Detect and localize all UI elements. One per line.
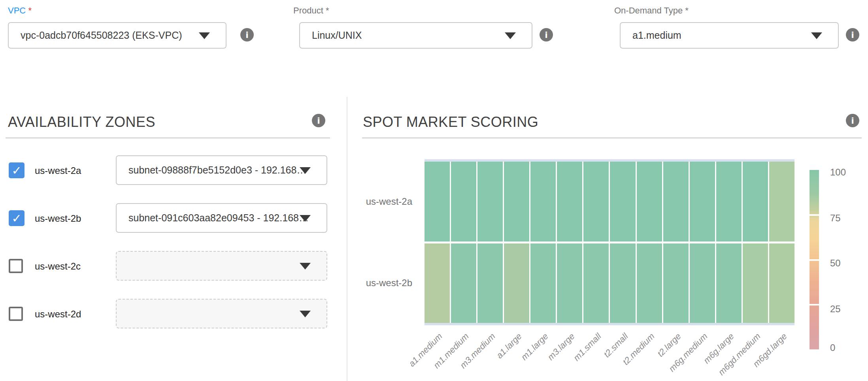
chevron-down-icon xyxy=(199,32,210,39)
on-demand-info-icon[interactable]: i xyxy=(846,28,859,41)
page: VPC * vpc-0adcb70f645508223 (EKS-VPC) i … xyxy=(0,0,868,381)
vpc-info-icon[interactable]: i xyxy=(240,28,254,41)
az-label-us-west-2c: us-west-2c xyxy=(35,261,81,272)
heatmap-cell-us-west-2b-t2.large xyxy=(663,243,689,323)
heatmap-cell-us-west-2b-a1.medium xyxy=(425,243,450,323)
subnet-select-us-west-2c xyxy=(116,251,327,281)
subnet-select-us-west-2d xyxy=(116,299,327,328)
heatmap-cell-us-west-2b-m1.small xyxy=(583,243,609,323)
az-checkbox-us-west-2c[interactable] xyxy=(9,259,23,273)
required-asterisk: * xyxy=(28,6,32,15)
heatmap-cell-us-west-2b-a1.large xyxy=(504,243,529,323)
section-divider xyxy=(347,97,347,381)
heatmap-col-label-t2.large: t2.large xyxy=(198,331,683,381)
on-demand-type-select[interactable]: a1.medium xyxy=(620,22,839,49)
heatmap-cell-us-west-2a-m1.medium xyxy=(451,162,476,241)
vpc-label: VPC * xyxy=(8,6,32,16)
heatmap-col-label-m3.medium: m3.medium xyxy=(143,331,497,381)
heatmap-cell-us-west-2a-m1.small xyxy=(583,162,609,241)
availability-zones-info-icon[interactable]: i xyxy=(312,114,325,127)
colorbar-tick-50 xyxy=(810,259,819,261)
chevron-down-icon xyxy=(300,263,311,270)
az-label-us-west-2b: us-west-2b xyxy=(35,213,81,224)
colorbar-tick-75 xyxy=(810,214,819,216)
product-select[interactable]: Linux/UNIX xyxy=(299,22,532,49)
availability-zones-title: AVAILABILITY ZONES xyxy=(8,114,155,130)
heatmap-col-label-m3.large: m3.large xyxy=(167,331,577,381)
heatmap-col-label-a1.medium: a1.medium xyxy=(128,331,444,381)
heatmap-colorbar xyxy=(810,170,819,349)
heatmap-cell-us-west-2a-a1.medium xyxy=(425,162,450,241)
heatmap-col-label-m6gd.large: m6gd.large xyxy=(229,331,789,381)
heatmap-cell-us-west-2a-m3.medium xyxy=(477,162,503,241)
heatmap-cell-us-west-2a-a1.large xyxy=(504,162,529,241)
heatmap xyxy=(425,162,794,323)
availability-zones-rule xyxy=(6,138,330,138)
heatmap-col-label-m6g.medium: m6g.medium xyxy=(206,331,709,381)
vpc-select[interactable]: vpc-0adcb70f645508223 (EKS-VPC) xyxy=(8,22,226,49)
heatmap-cell-us-west-2a-t2.medium xyxy=(637,162,662,241)
chevron-down-icon xyxy=(300,167,311,174)
heatmap-cell-us-west-2b-m6g.medium xyxy=(690,243,715,323)
chevron-down-icon xyxy=(505,32,516,39)
heatmap-row-label-us-west-2a: us-west-2a xyxy=(333,196,412,207)
product-info-icon[interactable]: i xyxy=(540,28,553,41)
heatmap-cell-us-west-2b-m3.large xyxy=(557,243,582,323)
heatmap-col-label-m1.medium: m1.medium xyxy=(136,331,471,381)
colorbar-tick-label-50: 50 xyxy=(830,258,841,269)
heatmap-cell-us-west-2b-t2.medium xyxy=(637,243,662,323)
heatmap-cell-us-west-2a-m1.large xyxy=(530,162,556,241)
vpc-label-text: VPC xyxy=(8,6,26,15)
heatmap-cell-us-west-2b-m6g.large xyxy=(716,243,742,323)
heatmap-cell-us-west-2a-t2.small xyxy=(610,162,635,241)
colorbar-tick-25 xyxy=(810,304,819,306)
heatmap-col-label-m6g.large: m6g.large xyxy=(213,331,736,381)
vpc-select-value: vpc-0adcb70f645508223 (EKS-VPC) xyxy=(21,30,182,41)
on-demand-type-label: On-Demand Type * xyxy=(614,6,689,16)
heatmap-col-label-m6gd.medium: m6gd.medium xyxy=(221,331,763,381)
colorbar-tick-label-25: 25 xyxy=(830,304,841,315)
az-checkbox-us-west-2b[interactable]: ✓ xyxy=(9,210,25,226)
heatmap-cell-us-west-2a-m6gd.medium xyxy=(743,162,768,241)
heatmap-cell-us-west-2b-m6gd.medium xyxy=(743,243,768,323)
product-label: Product * xyxy=(293,6,329,16)
heatmap-col-label-m1.small: m1.small xyxy=(175,331,604,381)
colorbar-tick-label-75: 75 xyxy=(830,213,841,224)
colorbar-tick-label-0: 0 xyxy=(830,342,835,353)
spot-market-scoring-title: SPOT MARKET SCORING xyxy=(363,114,538,130)
heatmap-col-label-t2.medium: t2.medium xyxy=(190,331,657,381)
heatmap-bottom-edge xyxy=(425,323,794,325)
colorbar-tick-label-100: 100 xyxy=(830,167,846,178)
heatmap-cell-us-west-2b-t2.small xyxy=(610,243,635,323)
heatmap-col-label-t2.small: t2.small xyxy=(183,331,630,381)
subnet-select-value: subnet-091c603aa82e09453 - 192.168… xyxy=(128,212,309,224)
heatmap-cell-us-west-2a-m6g.medium xyxy=(690,162,715,241)
heatmap-cell-us-west-2a-m6gd.large xyxy=(769,162,794,241)
spot-market-rule xyxy=(362,138,862,138)
heatmap-col-label-a1.large: a1.large xyxy=(151,331,524,381)
heatmap-cell-us-west-2b-m6gd.large xyxy=(769,243,794,323)
subnet-select-us-west-2b[interactable]: subnet-091c603aa82e09453 - 192.168… xyxy=(116,203,327,233)
spot-market-info-icon[interactable]: i xyxy=(846,114,859,127)
heatmap-cell-us-west-2b-m1.large xyxy=(530,243,556,323)
heatmap-cell-us-west-2a-t2.large xyxy=(663,162,689,241)
on-demand-type-select-value: a1.medium xyxy=(632,30,681,41)
heatmap-cell-us-west-2b-m3.medium xyxy=(477,243,503,323)
heatmap-cell-us-west-2a-m3.large xyxy=(557,162,582,241)
heatmap-cell-us-west-2a-m6g.large xyxy=(716,162,742,241)
subnet-select-value: subnet-09888f7be5152d0e3 - 192.168… xyxy=(128,164,306,176)
chevron-down-icon xyxy=(811,32,822,39)
az-checkbox-us-west-2d[interactable] xyxy=(9,307,23,321)
subnet-select-us-west-2a[interactable]: subnet-09888f7be5152d0e3 - 192.168… xyxy=(116,155,327,185)
az-label-us-west-2a: us-west-2a xyxy=(35,165,81,176)
chevron-down-icon xyxy=(300,311,311,317)
heatmap-row-label-us-west-2b: us-west-2b xyxy=(333,277,412,289)
heatmap-col-label-m1.large: m1.large xyxy=(159,331,550,381)
heatmap-cell-us-west-2b-m1.medium xyxy=(451,243,476,323)
product-select-value: Linux/UNIX xyxy=(312,30,362,41)
az-label-us-west-2d: us-west-2d xyxy=(35,309,81,320)
az-checkbox-us-west-2a[interactable]: ✓ xyxy=(9,162,25,178)
chevron-down-icon xyxy=(300,215,311,222)
